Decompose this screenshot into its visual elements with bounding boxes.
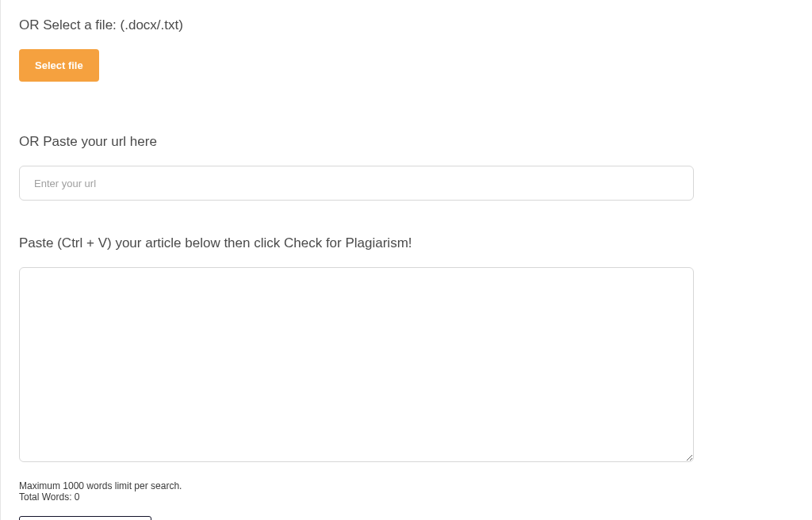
word-count-display: Total Words: 0 xyxy=(19,492,812,503)
article-paste-label: Paste (Ctrl + V) your article below then… xyxy=(19,235,812,251)
select-file-button[interactable]: Select file xyxy=(19,49,99,82)
word-limit-text: Maximum 1000 words limit per search. xyxy=(19,481,812,492)
check-plagiarism-button[interactable]: Check for Plagiarism xyxy=(19,516,151,520)
article-textarea[interactable] xyxy=(19,267,694,462)
url-paste-label: OR Paste your url here xyxy=(19,134,812,150)
url-input[interactable] xyxy=(19,166,694,201)
file-select-label: OR Select a file: (.docx/.txt) xyxy=(19,17,812,33)
